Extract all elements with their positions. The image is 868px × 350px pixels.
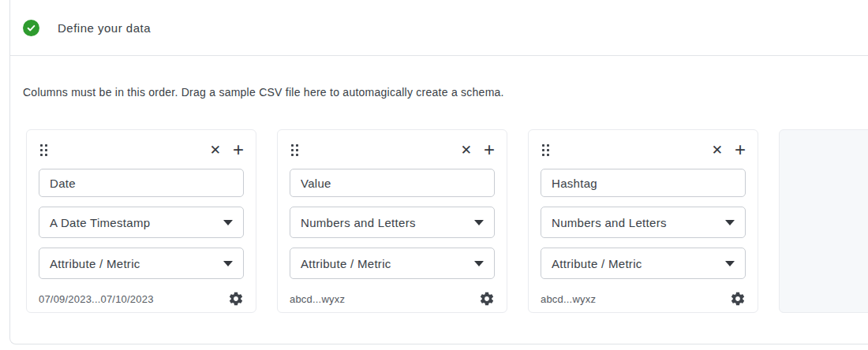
caret-down-icon xyxy=(725,261,735,266)
panel-header: Define your data xyxy=(10,0,868,56)
column-card: ✕ + Numbers and Letters Attribute / Metr… xyxy=(528,129,758,313)
column-type-value: Numbers and Letters xyxy=(552,216,667,229)
remove-column-icon[interactable]: ✕ xyxy=(210,143,221,157)
column-role-value: Attribute / Metric xyxy=(301,257,391,270)
schema-columns-row: ✕ + A Date Timestamp Attribute / Metric … xyxy=(26,129,868,313)
card-toolbar: ✕ + xyxy=(541,140,746,159)
drag-handle-icon[interactable] xyxy=(39,143,49,158)
column-type-value: Numbers and Letters xyxy=(301,216,416,229)
column-role-select[interactable]: Attribute / Metric xyxy=(39,248,244,279)
caret-down-icon xyxy=(223,261,233,266)
card-footer: 07/09/2023...07/10/2023 xyxy=(39,291,244,307)
card-actions: ✕ + xyxy=(461,142,495,157)
column-name-input[interactable] xyxy=(290,169,495,197)
column-card: ✕ + A Date Timestamp Attribute / Metric … xyxy=(26,129,256,313)
card-actions: ✕ + xyxy=(712,142,746,157)
card-footer: abcd...wyxz xyxy=(290,291,495,307)
column-name-input[interactable] xyxy=(39,169,244,197)
sample-range-text: 07/09/2023...07/10/2023 xyxy=(39,293,154,305)
column-type-select[interactable]: A Date Timestamp xyxy=(39,207,244,238)
column-card: ✕ + Numbers and Letters Attribute / Metr… xyxy=(277,129,507,313)
panel-title: Define your data xyxy=(58,21,151,35)
card-actions: ✕ + xyxy=(210,142,244,157)
settings-gear-icon[interactable] xyxy=(479,291,495,307)
column-role-value: Attribute / Metric xyxy=(50,257,140,270)
card-footer: abcd...wyxz xyxy=(541,291,746,307)
caret-down-icon xyxy=(223,220,233,225)
empty-column-placeholder[interactable] xyxy=(779,129,868,313)
card-toolbar: ✕ + xyxy=(290,140,495,159)
drag-handle-icon[interactable] xyxy=(290,143,300,158)
step-complete-check-icon xyxy=(23,20,39,36)
remove-column-icon[interactable]: ✕ xyxy=(461,143,472,157)
define-data-panel: Define your data Columns must be in this… xyxy=(9,0,868,344)
card-toolbar: ✕ + xyxy=(39,140,244,159)
sample-range-text: abcd...wyxz xyxy=(541,293,596,305)
column-type-select[interactable]: Numbers and Letters xyxy=(290,207,495,238)
column-type-value: A Date Timestamp xyxy=(50,216,150,229)
instructions-text: Columns must be in this order. Drag a sa… xyxy=(23,86,868,99)
caret-down-icon xyxy=(474,261,484,266)
column-role-select[interactable]: Attribute / Metric xyxy=(541,248,746,279)
caret-down-icon xyxy=(725,220,735,225)
column-role-select[interactable]: Attribute / Metric xyxy=(290,248,495,279)
remove-column-icon[interactable]: ✕ xyxy=(712,143,723,157)
column-type-select[interactable]: Numbers and Letters xyxy=(541,207,746,238)
add-column-icon[interactable]: + xyxy=(484,142,495,157)
settings-gear-icon[interactable] xyxy=(228,291,244,307)
caret-down-icon xyxy=(474,220,484,225)
add-column-icon[interactable]: + xyxy=(735,142,746,157)
add-column-icon[interactable]: + xyxy=(233,142,244,157)
column-role-value: Attribute / Metric xyxy=(552,257,642,270)
column-name-input[interactable] xyxy=(541,169,746,197)
settings-gear-icon[interactable] xyxy=(730,291,746,307)
sample-range-text: abcd...wyxz xyxy=(290,293,345,305)
drag-handle-icon[interactable] xyxy=(541,143,551,158)
